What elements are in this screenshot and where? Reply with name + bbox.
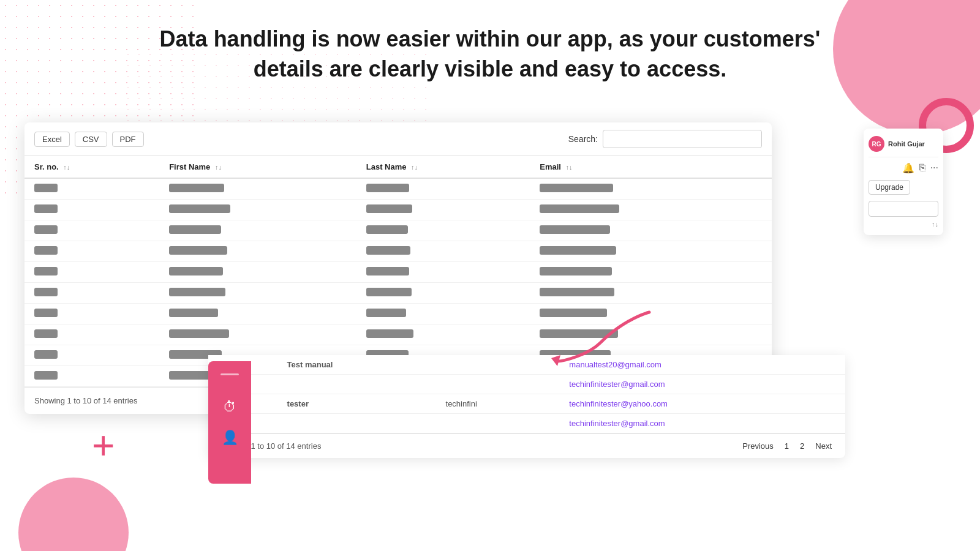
timer-icon[interactable]: ⏱ [223, 399, 236, 415]
table-cell [24, 304, 159, 324]
table-cell [530, 220, 772, 241]
table-cell [24, 366, 159, 387]
panel-sort-icon: ↑↓ [869, 220, 938, 228]
user-sidebar-icon[interactable]: 👤 [222, 430, 238, 446]
table-cell [530, 283, 772, 304]
bottom-page-1[interactable]: 1 [781, 440, 793, 452]
pink-plus-icon: + [92, 426, 115, 465]
table-cell [24, 220, 159, 241]
table-cell [356, 262, 530, 283]
table-row [24, 262, 772, 283]
bottom-data-table: 7Test manualmanualtest20@gmail.com8techi… [208, 355, 845, 433]
table-cell [530, 178, 772, 200]
table-cell [530, 241, 772, 262]
search-input[interactable] [603, 130, 762, 148]
table-cell [159, 324, 356, 345]
bottom-previous-btn[interactable]: Previous [739, 440, 777, 452]
table-cell [356, 200, 530, 220]
table-cell [356, 283, 530, 304]
dots-icon[interactable]: ··· [930, 162, 938, 174]
table-cell [159, 220, 356, 241]
cell-email: techinfinitester@gmail.com [559, 414, 845, 433]
table-cell [159, 304, 356, 324]
cell-email: techinfinitester@yahoo.com [559, 394, 845, 414]
table-row [24, 220, 772, 241]
bottom-table-row: 9testertechinfinitechinfinitester@yahoo.… [208, 394, 845, 414]
table-cell [530, 200, 772, 220]
table-row [24, 178, 772, 200]
bell-icon[interactable]: 🔔 [902, 162, 914, 174]
data-table: Sr. no. ↑↓ First Name ↑↓ Last Name ↑↓ Em… [24, 156, 772, 387]
email-link[interactable]: techinfinitester@gmail.com [569, 380, 665, 389]
col-header-last-name: Last Name ↑↓ [356, 156, 530, 178]
pdf-button[interactable]: PDF [112, 132, 144, 147]
cell-last-name [436, 355, 560, 375]
col-header-first-name: First Name ↑↓ [159, 156, 356, 178]
cell-first-name: Test manual [277, 355, 436, 375]
table-row [24, 324, 772, 345]
bottom-page-2[interactable]: 2 [796, 440, 808, 452]
email-link[interactable]: techinfinitester@yahoo.com [569, 399, 668, 408]
table-cell [530, 304, 772, 324]
csv-button[interactable]: CSV [75, 132, 107, 147]
bottom-table-card: 7Test manualmanualtest20@gmail.com8techi… [208, 355, 845, 458]
table-row [24, 304, 772, 324]
table-cell [356, 241, 530, 262]
table-cell [24, 283, 159, 304]
panel-icons: 🔔 ⎘ ··· [869, 162, 938, 174]
cell-email: techinfinitester@gmail.com [559, 375, 845, 394]
table-cell [356, 178, 530, 200]
col-header-email: Email ↑↓ [530, 156, 772, 178]
upgrade-button[interactable]: Upgrade [869, 180, 910, 195]
bottom-table-footer: Showing 1 to 10 of 14 entries Previous 1… [208, 433, 845, 458]
table-cell [159, 241, 356, 262]
showing-text: Showing 1 to 10 of 14 entries [34, 396, 137, 405]
sort-icon-last: ↑↓ [411, 163, 418, 171]
cell-last-name [436, 375, 560, 394]
bottom-table-row: 8techinfinitester@gmail.com [208, 375, 845, 394]
bottom-table-row: 10techinfinitester@gmail.com [208, 414, 845, 433]
panel-search-input[interactable] [869, 201, 938, 217]
right-panel: RG Rohit Gujar 🔔 ⎘ ··· Upgrade ↑↓ [864, 129, 943, 235]
cell-last-name [436, 414, 560, 433]
table-toolbar: Excel CSV PDF Search: [24, 122, 772, 156]
bottom-next-btn[interactable]: Next [812, 440, 835, 452]
table-row [24, 283, 772, 304]
heading-line1: Data handling is now easier within our a… [160, 26, 821, 51]
email-link[interactable]: manualtest20@gmail.com [569, 360, 661, 369]
table-cell [24, 262, 159, 283]
table-cell [159, 262, 356, 283]
sort-icon-email: ↑↓ [566, 163, 573, 171]
table-cell [24, 345, 159, 366]
table-cell [24, 241, 159, 262]
cell-first-name: tester [277, 394, 436, 414]
table-cell [530, 262, 772, 283]
copy-icon[interactable]: ⎘ [919, 162, 925, 174]
sort-icon-first: ↑↓ [215, 163, 222, 171]
search-area: Search: [568, 130, 762, 148]
table-cell [24, 324, 159, 345]
bg-circle-bottom-left [18, 478, 129, 551]
table-cell [24, 200, 159, 220]
table-cell [356, 304, 530, 324]
right-panel-header: RG Rohit Gujar [869, 136, 938, 157]
main-heading: Data handling is now easier within our a… [0, 24, 980, 84]
excel-button[interactable]: Excel [34, 132, 70, 147]
bottom-table-row: 7Test manualmanualtest20@gmail.com [208, 355, 845, 375]
table-cell [159, 178, 356, 200]
user-name: Rohit Gujar [888, 140, 925, 148]
cell-first-name [277, 375, 436, 394]
heading-line2: details are clearly visible and easy to … [254, 56, 726, 81]
table-cell [159, 200, 356, 220]
search-label: Search: [568, 134, 598, 144]
email-link[interactable]: techinfinitester@gmail.com [569, 419, 665, 428]
table-row [24, 200, 772, 220]
cell-first-name [277, 414, 436, 433]
table-cell [159, 283, 356, 304]
bottom-pagination: Previous 1 2 Next [739, 440, 835, 452]
sort-icon-sr: ↑↓ [63, 163, 70, 171]
col-header-sr: Sr. no. ↑↓ [24, 156, 159, 178]
table-cell [356, 220, 530, 241]
table-cell [356, 324, 530, 345]
table-cell [530, 324, 772, 345]
